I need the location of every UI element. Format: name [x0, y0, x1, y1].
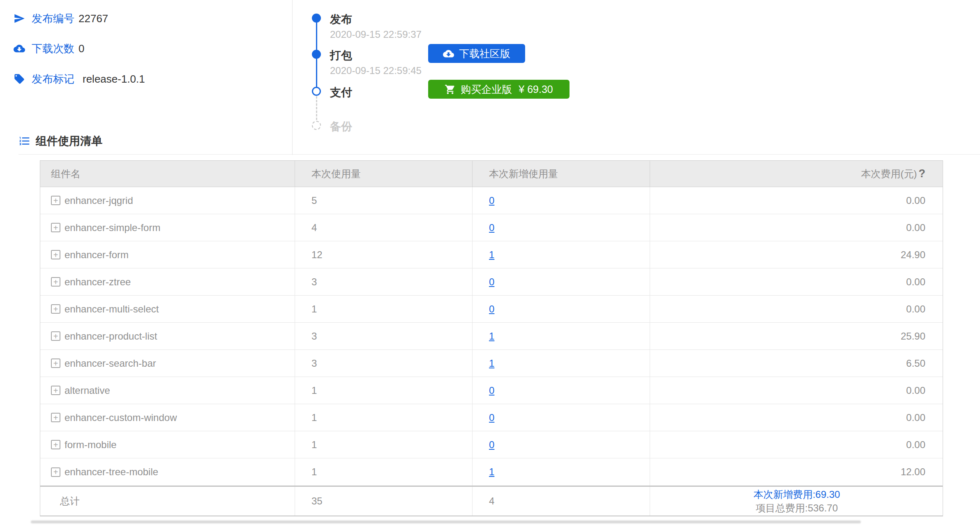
- new-usage-link[interactable]: 0: [489, 195, 494, 206]
- component-name: enhancer-search-bar: [65, 358, 156, 369]
- new-usage-link[interactable]: 1: [489, 466, 494, 478]
- expand-plus-icon[interactable]: +: [51, 277, 60, 287]
- component-list-section-title: 组件使用清单: [18, 134, 102, 148]
- new-usage-cell: 0: [473, 187, 650, 214]
- release-detail-page: 发布编号 22767 下载次数 0 发布标记 release-1.0.1 发布 …: [0, 0, 980, 525]
- component-name-cell: + enhancer-product-list: [40, 323, 295, 349]
- component-name: enhancer-ztree: [65, 276, 131, 288]
- table-total-row: 总计 35 4 本次新增费用: 69.30 项目总费用: 536.70: [40, 486, 943, 516]
- timeline-step-pay: 支付: [330, 85, 352, 100]
- release-number-value: 22767: [78, 12, 108, 25]
- project-cost-label: 项目总费用:: [756, 502, 808, 515]
- new-usage-link[interactable]: 0: [489, 222, 494, 234]
- component-name-cell: + alternative: [40, 377, 295, 404]
- new-usage-link[interactable]: 0: [489, 412, 494, 423]
- new-usage-cell: 0: [473, 214, 650, 241]
- table-row: + enhancer-multi-select 1 0 0.00: [40, 296, 943, 323]
- usage-value: 3: [295, 350, 473, 377]
- header-new-usage: 本次新增使用量: [473, 161, 650, 187]
- usage-value: 3: [295, 268, 473, 295]
- buy-enterprise-button[interactable]: 购买企业版 ¥ 69.30: [428, 80, 570, 99]
- component-name: enhancer-form: [65, 249, 129, 261]
- component-name: alternative: [65, 385, 110, 396]
- expand-plus-icon[interactable]: +: [51, 250, 60, 259]
- expand-plus-icon[interactable]: +: [51, 331, 60, 341]
- horizontal-scrollbar[interactable]: [31, 520, 861, 523]
- cost-value: 25.90: [650, 323, 943, 349]
- download-community-button[interactable]: 下载社区版: [428, 44, 525, 63]
- new-usage-link[interactable]: 0: [489, 303, 494, 315]
- expand-plus-icon[interactable]: +: [51, 223, 60, 232]
- component-name-cell: + enhancer-ztree: [40, 268, 295, 295]
- usage-value: 3: [295, 323, 473, 349]
- timeline-step-package: 打包: [330, 48, 352, 63]
- timeline-dot-backup: [312, 121, 321, 130]
- buy-enterprise-price: ¥ 69.30: [519, 83, 553, 95]
- cloud-download-icon: [14, 43, 25, 54]
- download-count-row: 下载次数 0: [14, 42, 84, 55]
- component-name: enhancer-tree-mobile: [65, 466, 158, 478]
- new-usage-cell: 1: [473, 350, 650, 377]
- component-name-cell: + enhancer-jqgrid: [40, 187, 295, 214]
- new-usage-cell: 0: [473, 268, 650, 295]
- new-usage-cell: 1: [473, 323, 650, 349]
- help-question-icon[interactable]: ?: [919, 167, 926, 180]
- component-name: enhancer-simple-form: [65, 222, 160, 234]
- cost-value: 6.50: [650, 350, 943, 377]
- table-row: + enhancer-jqgrid 5 0 0.00: [40, 187, 943, 214]
- expand-plus-icon[interactable]: +: [51, 196, 60, 205]
- usage-value: 1: [295, 404, 473, 431]
- new-usage-link[interactable]: 1: [489, 358, 494, 369]
- component-name-cell: + enhancer-search-bar: [40, 350, 295, 377]
- new-usage-link[interactable]: 0: [489, 385, 494, 396]
- new-usage-link[interactable]: 0: [489, 276, 494, 288]
- project-cost-value: 536.70: [808, 502, 838, 514]
- component-name: enhancer-custom-window: [65, 412, 177, 423]
- header-component-name: 组件名: [40, 161, 295, 187]
- new-usage-link[interactable]: 0: [489, 439, 494, 451]
- new-cost-value: 69.30: [815, 489, 840, 500]
- ordered-list-icon: [18, 135, 31, 147]
- header-cost-text: 本次费用(元): [861, 167, 917, 180]
- download-community-label: 下载社区版: [459, 47, 510, 60]
- timeline-time-package: 2020-09-15 22:59:45: [330, 65, 422, 76]
- expand-plus-icon[interactable]: +: [51, 440, 60, 449]
- usage-value: 1: [295, 431, 473, 458]
- timeline-dot-pay: [312, 87, 321, 96]
- component-name-cell: + form-mobile: [40, 431, 295, 458]
- component-name-cell: + enhancer-form: [40, 241, 295, 268]
- release-number-label: 发布编号: [32, 12, 74, 26]
- component-name: form-mobile: [65, 439, 117, 451]
- cost-value: 0.00: [650, 377, 943, 404]
- cost-value: 0.00: [650, 296, 943, 322]
- expand-plus-icon[interactable]: +: [51, 386, 60, 395]
- component-name-cell: + enhancer-tree-mobile: [40, 458, 295, 486]
- section-title-text: 组件使用清单: [36, 134, 102, 148]
- expand-plus-icon[interactable]: +: [51, 304, 60, 314]
- new-usage-link[interactable]: 1: [489, 249, 494, 261]
- download-count-value: 0: [78, 42, 84, 55]
- release-tag-label: 发布标记: [32, 72, 74, 86]
- vertical-divider: [292, 0, 293, 155]
- table-row: + enhancer-search-bar 3 1 6.50: [40, 350, 943, 377]
- usage-value: 1: [295, 377, 473, 404]
- timeline-step-backup: 备份: [330, 119, 352, 134]
- buy-enterprise-label: 购买企业版: [461, 83, 512, 96]
- usage-value: 1: [295, 458, 473, 486]
- new-usage-cell: 0: [473, 377, 650, 404]
- header-usage: 本次使用量: [295, 161, 473, 187]
- timeline-step-publish: 发布: [330, 12, 352, 27]
- component-name-cell: + enhancer-simple-form: [40, 214, 295, 241]
- expand-plus-icon[interactable]: +: [51, 358, 60, 368]
- expand-plus-icon[interactable]: +: [51, 467, 60, 477]
- component-name-cell: + enhancer-custom-window: [40, 404, 295, 431]
- project-cost-line: 项目总费用: 536.70: [756, 501, 838, 515]
- table-row: + enhancer-tree-mobile 1 1 12.00: [40, 458, 943, 486]
- new-usage-link[interactable]: 1: [489, 331, 494, 342]
- cost-value: 0.00: [650, 187, 943, 214]
- tag-icon: [14, 73, 25, 85]
- cost-value: 0.00: [650, 268, 943, 295]
- usage-value: 1: [295, 296, 473, 322]
- expand-plus-icon[interactable]: +: [51, 413, 60, 422]
- table-header-row: 组件名 本次使用量 本次新增使用量 本次费用(元)?: [40, 161, 943, 187]
